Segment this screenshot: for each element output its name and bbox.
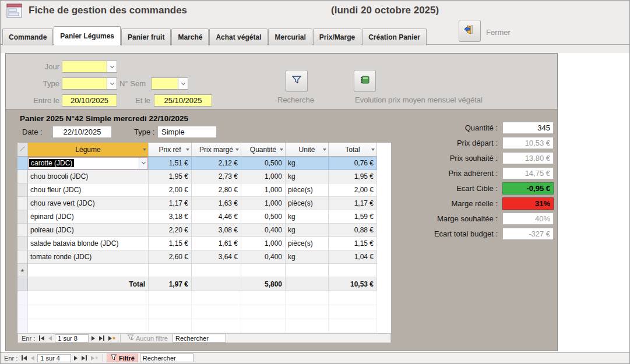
- num-sem-combobox[interactable]: [151, 77, 188, 90]
- legume-cell[interactable]: chou rave vert (JDC): [28, 197, 149, 210]
- prix-marge-cell[interactable]: 1,61 €: [192, 237, 241, 250]
- column-header-prix-ref[interactable]: Prix réf: [149, 143, 192, 157]
- record-prev-button[interactable]: [30, 356, 36, 361]
- record-last-button[interactable]: [98, 335, 105, 341]
- select-all-corner[interactable]: [17, 143, 28, 157]
- quantite-field[interactable]: 345: [502, 122, 554, 134]
- tab-mercurial[interactable]: Mercurial: [268, 29, 312, 45]
- prix-marge-cell[interactable]: 3,08 €: [192, 224, 241, 237]
- quantite-cell[interactable]: 0,500: [241, 157, 286, 170]
- quantite-cell[interactable]: 0,400: [241, 224, 286, 237]
- unite-cell[interactable]: kg: [286, 250, 329, 264]
- column-header-prix-marge[interactable]: Prix margé: [192, 143, 241, 157]
- type-field[interactable]: Simple: [157, 126, 217, 138]
- column-header-legume[interactable]: Légume: [28, 143, 149, 157]
- chevron-down-icon[interactable]: [178, 78, 188, 89]
- record-next-button[interactable]: [73, 356, 79, 361]
- prix-ref-cell[interactable]: 1,51 €: [149, 157, 192, 170]
- prix-marge-cell[interactable]: 2,12 €: [192, 157, 241, 170]
- row-selector[interactable]: [17, 197, 28, 210]
- legume-cell[interactable]: salade batavia blonde (JDC): [28, 237, 149, 250]
- row-selector[interactable]: [17, 183, 28, 197]
- prix-marge-cell[interactable]: 4,46 €: [192, 210, 241, 224]
- empty-cell[interactable]: [192, 264, 241, 277]
- unite-cell[interactable]: kg: [286, 210, 329, 224]
- search-box[interactable]: Rechercher: [140, 354, 193, 362]
- empty-cell[interactable]: [286, 264, 329, 277]
- record-new-button[interactable]: *: [90, 355, 99, 362]
- row-selector[interactable]: [17, 170, 28, 183]
- quantite-cell[interactable]: 1,000: [241, 170, 286, 183]
- quantite-cell[interactable]: 1,000: [241, 237, 286, 250]
- prix-marge-cell[interactable]: 3,64 €: [192, 250, 241, 264]
- record-next-button[interactable]: [90, 336, 96, 341]
- column-header-quantite[interactable]: Quantité: [241, 143, 286, 157]
- tab-creation-panier[interactable]: Création Panier: [362, 29, 427, 45]
- evolution-button[interactable]: [354, 70, 376, 92]
- prix-marge-cell[interactable]: 2,73 €: [192, 170, 241, 183]
- jour-combobox[interactable]: [62, 61, 117, 73]
- unite-cell[interactable]: pièce(s): [286, 183, 329, 197]
- search-button[interactable]: [286, 70, 308, 92]
- tab-commande[interactable]: Commande: [2, 29, 53, 45]
- record-last-button[interactable]: [80, 355, 88, 361]
- tab-panier-legumes[interactable]: Panier Légumes: [54, 26, 121, 45]
- legume-cell[interactable]: chou fleur (JDC): [28, 183, 149, 197]
- empty-cell[interactable]: [149, 264, 192, 277]
- unite-cell[interactable]: pièce(s): [286, 197, 329, 210]
- row-selector[interactable]: [17, 157, 28, 170]
- prix-ref-cell[interactable]: 3,18 €: [149, 210, 192, 224]
- date-to-field[interactable]: 25/10/2025: [154, 94, 212, 107]
- chevron-down-icon[interactable]: [280, 149, 283, 151]
- close-form-button[interactable]: [459, 20, 481, 42]
- row-selector[interactable]: [17, 210, 28, 224]
- filter-status[interactable]: Aucun filtre: [124, 334, 171, 342]
- record-position-box[interactable]: 1 sur 8: [55, 334, 89, 342]
- row-selector[interactable]: [17, 237, 28, 250]
- tab-panier-fruit[interactable]: Panier fruit: [121, 29, 171, 45]
- prix-ref-cell[interactable]: 1,95 €: [149, 170, 192, 183]
- chevron-down-icon[interactable]: [143, 149, 146, 151]
- chevron-down-icon[interactable]: [186, 149, 189, 151]
- quantite-cell[interactable]: 0,500: [241, 210, 286, 224]
- chevron-down-icon[interactable]: [323, 149, 326, 151]
- prix-ref-cell[interactable]: 2,60 €: [149, 250, 192, 264]
- row-selector[interactable]: [17, 224, 28, 237]
- date-field[interactable]: 22/10/2025: [52, 126, 112, 138]
- prix-ref-cell[interactable]: 1,17 €: [149, 197, 192, 210]
- unite-cell[interactable]: kg: [286, 157, 329, 170]
- unite-cell[interactable]: kg: [286, 170, 329, 183]
- empty-cell[interactable]: [329, 264, 377, 277]
- prix-ref-cell[interactable]: 2,00 €: [149, 183, 192, 197]
- record-new-button[interactable]: *: [107, 335, 117, 342]
- unite-cell[interactable]: kg: [286, 224, 329, 237]
- prix-marge-cell[interactable]: 1,63 €: [192, 197, 241, 210]
- legume-cell[interactable]: épinard (JDC): [28, 210, 149, 224]
- prix-ref-cell[interactable]: 1,15 €: [149, 237, 192, 250]
- legume-combobox[interactable]: carotte (JDC): [28, 157, 149, 170]
- tab-marche[interactable]: Marché: [171, 29, 209, 45]
- legume-cell[interactable]: tomate ronde (JDC): [28, 250, 149, 264]
- legume-cell[interactable]: poireau (JDC): [28, 224, 149, 237]
- row-selector[interactable]: [17, 250, 28, 264]
- chevron-down-icon[interactable]: [139, 158, 147, 169]
- unite-cell[interactable]: pièce(s): [286, 237, 329, 250]
- record-first-button[interactable]: [38, 335, 45, 341]
- filter-status[interactable]: Filtré: [107, 354, 138, 362]
- empty-cell[interactable]: [241, 264, 286, 277]
- column-header-unite[interactable]: Unité: [286, 143, 329, 157]
- search-box[interactable]: Rechercher: [173, 334, 226, 342]
- total-cell[interactable]: 1,04 €: [329, 250, 377, 264]
- chevron-down-icon[interactable]: [107, 61, 117, 72]
- tab-prix-marge[interactable]: Prix/Marge: [313, 29, 361, 45]
- prix-marge-cell[interactable]: 2,80 €: [192, 183, 241, 197]
- chevron-down-icon[interactable]: [235, 149, 239, 151]
- quantite-cell[interactable]: 0,400: [241, 250, 286, 264]
- record-position-box[interactable]: 1 sur 4: [37, 354, 71, 362]
- legume-cell[interactable]: chou brocoli (JDC): [28, 170, 149, 183]
- prix-ref-cell[interactable]: 2,20 €: [149, 224, 192, 237]
- record-prev-button[interactable]: [47, 336, 53, 341]
- record-first-button[interactable]: [20, 355, 28, 361]
- empty-cell[interactable]: [28, 264, 149, 277]
- quantite-cell[interactable]: 1,000: [241, 183, 286, 197]
